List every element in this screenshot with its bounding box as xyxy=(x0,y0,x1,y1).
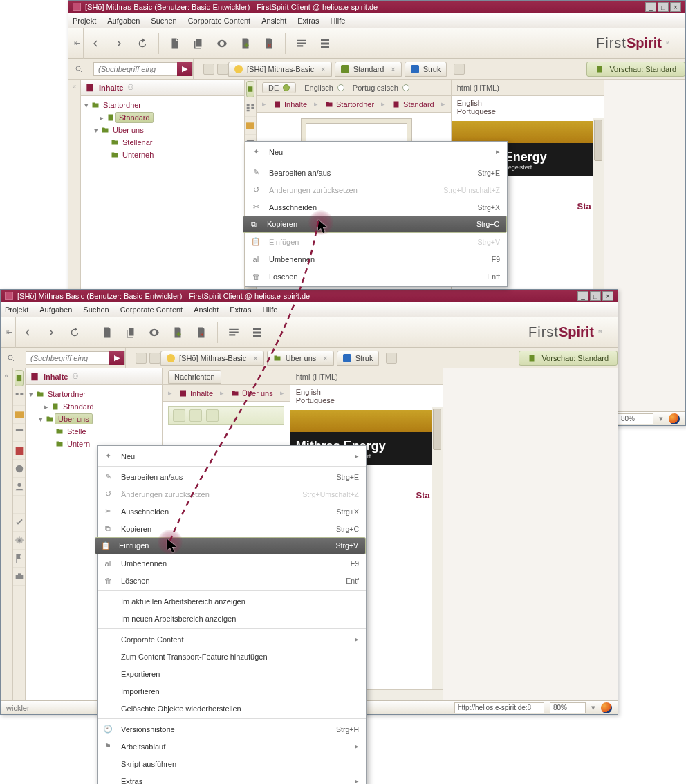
preview-pill[interactable]: Vorschau: Standard xyxy=(586,62,685,77)
crumb-inhalte[interactable]: Inhalte xyxy=(179,389,213,398)
menu-item[interactable]: ✎Bearbeiten an/ausStrg+E xyxy=(245,164,507,181)
collapse-handle-icon[interactable]: ⇤ xyxy=(3,317,16,348)
new-page-button[interactable] xyxy=(97,322,118,343)
menu-item[interactable]: 🗑LöschenEntf xyxy=(245,268,507,285)
tree-row-leaf1[interactable]: Stellenar xyxy=(82,136,243,149)
tile-users-icon[interactable] xyxy=(189,409,202,422)
maximize-button[interactable]: □ xyxy=(590,291,601,301)
tree-row-page[interactable]: ▸Standard xyxy=(82,111,243,124)
menu-item[interactable]: 🕙VersionshistorieStrg+H xyxy=(98,720,366,738)
menu-hilfe[interactable]: Hilfe xyxy=(330,17,345,25)
tab-struktur[interactable]: Struk xyxy=(337,351,380,366)
menu-item[interactable]: ⧉KopierenStrg+C xyxy=(243,216,507,233)
tile-trash-icon[interactable] xyxy=(206,409,219,422)
menu-item[interactable]: ✎Bearbeiten an/ausStrg+E xyxy=(98,468,366,485)
nachrichten-button[interactable]: Nachrichten xyxy=(168,370,221,384)
sidebar-check-icon[interactable] xyxy=(13,514,25,532)
menu-item[interactable]: ✦Neu▸ xyxy=(245,143,507,160)
tree-row-folder[interactable]: ▾Über uns xyxy=(82,124,243,136)
menu-item[interactable]: Im neuen Arbeitsbereich anzeigen xyxy=(98,610,366,627)
menu-aufgaben[interactable]: Aufgaben xyxy=(39,306,72,314)
html-tab[interactable]: html (HTML) xyxy=(290,368,443,385)
tab-nav-next[interactable] xyxy=(149,353,160,364)
sidebar-media-icon[interactable] xyxy=(13,406,25,424)
sidebar-db-icon[interactable] xyxy=(13,424,25,442)
lang-de[interactable]: DE xyxy=(262,82,296,93)
sidebar-flag-icon[interactable] xyxy=(13,550,25,568)
preview-pill[interactable]: Vorschau: Standard xyxy=(519,351,618,366)
menu-item[interactable]: Skript ausführen xyxy=(98,755,366,772)
search-go-button[interactable]: ▶ xyxy=(177,62,192,76)
menu-item[interactable]: Exportieren xyxy=(98,665,366,682)
title-bar[interactable]: [SHö] Mithras-Basic (Benutzer: Basic-Ent… xyxy=(68,1,685,13)
tree-row-page[interactable]: ▸Standard xyxy=(27,400,160,413)
tree-row-root[interactable]: ▾Startordner xyxy=(82,99,243,111)
menu-aufgaben[interactable]: Aufgaben xyxy=(107,17,140,25)
menu-item[interactable]: ✂AusschneidenStrg+X xyxy=(245,198,507,216)
forward-button[interactable] xyxy=(109,33,129,54)
tab-project[interactable]: [SHö] Mithras-Basic× xyxy=(160,351,264,366)
tab-project[interactable]: [SHö] Mithras-Basic× xyxy=(228,62,332,77)
preview-button[interactable] xyxy=(291,33,312,54)
tab-standard[interactable]: Standard× xyxy=(335,62,402,77)
tree-row-root[interactable]: ▾Startordner xyxy=(27,388,160,400)
tab-nav-more[interactable] xyxy=(386,353,397,364)
search-icon[interactable] xyxy=(68,59,89,79)
firefox-icon[interactable] xyxy=(601,702,612,713)
delete-page-button[interactable] xyxy=(259,33,279,54)
sidebar-media-icon[interactable] xyxy=(245,117,256,135)
sidebar-struct-icon[interactable] xyxy=(13,388,25,406)
sidebar-struct-icon[interactable] xyxy=(245,99,256,117)
collapse-handle-icon[interactable]: ⇤ xyxy=(71,28,84,59)
delete-page-button[interactable] xyxy=(191,322,212,343)
menu-item[interactable]: 📋EinfügenStrg+V xyxy=(95,537,366,554)
back-button[interactable] xyxy=(17,322,38,343)
menu-hilfe[interactable]: Hilfe xyxy=(262,306,277,314)
menu-item[interactable]: Im aktuellen Arbeitsbereich anzeigen xyxy=(98,592,366,610)
menu-item[interactable]: aIUmbenennenF9 xyxy=(245,250,507,268)
new-page-button[interactable] xyxy=(165,33,185,54)
menu-item[interactable]: Corporate Content▸ xyxy=(98,631,366,648)
crumb-home-icon[interactable]: ▸ xyxy=(262,100,266,109)
firefox-icon[interactable] xyxy=(669,413,680,424)
menu-item[interactable]: ⧉KopierenStrg+C xyxy=(98,520,366,537)
close-icon[interactable]: × xyxy=(391,65,395,73)
refresh-button[interactable] xyxy=(64,322,85,343)
close-button[interactable]: × xyxy=(602,291,613,301)
menu-corporate[interactable]: Corporate Content xyxy=(188,17,251,25)
close-button[interactable]: × xyxy=(670,2,681,12)
menu-suchen[interactable]: Suchen xyxy=(151,17,176,25)
tab-struktur[interactable]: Struk xyxy=(405,62,447,77)
copy-page-button[interactable] xyxy=(188,33,209,54)
menu-ansicht[interactable]: Ansicht xyxy=(194,306,219,314)
back-button[interactable] xyxy=(85,33,106,54)
menu-suchen[interactable]: Suchen xyxy=(83,306,109,314)
menu-item[interactable]: Gelöschte Objekte wiederherstellen xyxy=(98,700,366,717)
lang-en[interactable]: Englisch xyxy=(304,84,344,92)
menu-extras[interactable]: Extras xyxy=(230,306,251,314)
crumb-inhalte[interactable]: Inhalte xyxy=(273,100,307,109)
zoom-input[interactable] xyxy=(618,413,653,424)
menu-item[interactable]: ✂AusschneidenStrg+X xyxy=(98,503,366,520)
menu-extras[interactable]: Extras xyxy=(297,17,319,25)
menu-item[interactable]: Importieren xyxy=(98,682,366,700)
search-input[interactable] xyxy=(94,63,177,75)
lang-pt[interactable]: Portugiesisch xyxy=(353,84,409,92)
crumb-ueberuns[interactable]: Über uns xyxy=(231,389,273,398)
copy-page-button[interactable] xyxy=(120,322,141,343)
tab-ueberuns[interactable]: Über uns× xyxy=(267,351,334,366)
menu-projekt[interactable]: Projekt xyxy=(73,17,96,25)
minimize-button[interactable]: _ xyxy=(645,2,656,12)
menu-ansicht[interactable]: Ansicht xyxy=(261,17,286,25)
search-input[interactable] xyxy=(26,352,109,364)
forward-button[interactable] xyxy=(41,322,62,343)
tab-nav-next[interactable] xyxy=(217,64,228,75)
tab-nav-more[interactable] xyxy=(454,64,465,75)
title-bar[interactable]: [SHö] Mithras-Basic (Benutzer: Basic-Ent… xyxy=(1,290,618,302)
list-button[interactable] xyxy=(247,322,268,343)
preview-button[interactable] xyxy=(223,322,244,343)
menu-item[interactable]: aIUmbenennenF9 xyxy=(98,554,366,572)
tree-row-leaf1[interactable]: Stelle xyxy=(27,425,160,438)
tile-add-icon[interactable] xyxy=(173,409,185,422)
collapse-rail[interactable]: « xyxy=(1,368,13,700)
